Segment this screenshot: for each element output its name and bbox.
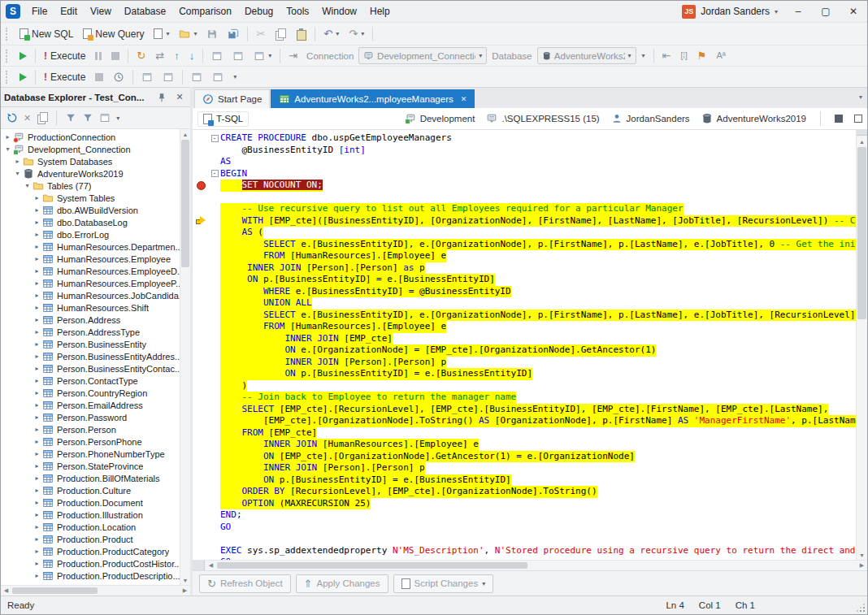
chevron-right-icon[interactable]: ▸ bbox=[33, 353, 41, 360]
execute-button[interactable] bbox=[15, 47, 31, 64]
redo-button[interactable]: ↷▾ bbox=[345, 25, 368, 42]
combo-overflow-button[interactable]: ▾ bbox=[638, 47, 649, 64]
chevron-right-icon[interactable]: ▸ bbox=[33, 377, 41, 384]
single-layout-icon[interactable] bbox=[835, 115, 843, 123]
breakpoint-marker[interactable] bbox=[197, 181, 206, 190]
code-line[interactable]: END; bbox=[193, 509, 856, 522]
code-line[interactable]: ON e.[OrganizationNode] = [EMP_cte].[Org… bbox=[193, 344, 856, 357]
code-line[interactable]: INNER JOIN [HumanResources].[Employee] e bbox=[193, 439, 856, 451]
tree-item-person-countryregion[interactable]: ▸Person.CountryRegion bbox=[1, 387, 180, 399]
fold-toggle[interactable]: - bbox=[211, 170, 219, 177]
chevron-right-icon[interactable]: ▸ bbox=[33, 414, 41, 421]
chevron-down-icon[interactable]: ▾ bbox=[3, 145, 12, 153]
chevron-right-icon[interactable]: ▸ bbox=[33, 499, 41, 506]
code-line[interactable]: ON p.[BusinessEntityID] = e.[BusinessEnt… bbox=[193, 274, 856, 286]
code-line[interactable]: OPTION (MAXRECURSION 25) bbox=[193, 498, 856, 510]
tree-item-dbo-errorlog[interactable]: ▸dbo.ErrorLog bbox=[1, 228, 180, 240]
code-line[interactable]: -- Join back to Employee to return the m… bbox=[193, 392, 856, 404]
duplicate-icon[interactable] bbox=[37, 112, 48, 123]
sql-editor[interactable]: -CREATE PROCEDURE dbo.uspGetEmployeeMana… bbox=[193, 130, 867, 560]
code-line[interactable]: SET NOCOUNT ON; bbox=[193, 180, 856, 192]
editor-vertical-scrollbar[interactable]: ▲ ▼ bbox=[856, 130, 867, 560]
tree-item-person-stateprovince[interactable]: ▸Person.StateProvince bbox=[1, 460, 180, 472]
tree-item-system-tables[interactable]: ▸System Tables bbox=[1, 192, 180, 204]
toolbar-grip[interactable] bbox=[6, 71, 10, 84]
account-menu[interactable]: JS Jordan Sanders ▾ bbox=[682, 5, 778, 19]
pause-button[interactable] bbox=[91, 47, 106, 64]
code-line[interactable]: ) bbox=[193, 380, 856, 392]
chevron-right-icon[interactable]: ▸ bbox=[33, 511, 41, 518]
code-line[interactable]: ON p.[BusinessEntityID] = e.[BusinessEnt… bbox=[193, 368, 856, 380]
menu-help[interactable]: Help bbox=[363, 2, 397, 20]
chevron-right-icon[interactable]: ▸ bbox=[33, 328, 41, 336]
chevron-right-icon[interactable]: ▸ bbox=[33, 535, 41, 543]
format-document-button[interactable]: ⇤ bbox=[658, 47, 675, 64]
sync-button[interactable]: ⇄ bbox=[151, 47, 168, 64]
close-tab-icon[interactable]: ✕ bbox=[461, 95, 467, 103]
tree-vertical-scrollbar[interactable]: ▲ ▼ bbox=[180, 129, 190, 585]
chevron-right-icon[interactable]: ▸ bbox=[33, 523, 41, 531]
close-panel-button[interactable]: ✕ bbox=[172, 90, 187, 105]
toolbar-grip[interactable] bbox=[6, 50, 10, 63]
code-line[interactable]: SELECT e.[BusinessEntityID], e.[Organiza… bbox=[193, 310, 856, 322]
menu-database[interactable]: Database bbox=[118, 2, 172, 20]
tree-item-person-businessentityaddres[interactable]: ▸Person.BusinessEntityAddres... bbox=[1, 350, 180, 362]
chevron-right-icon[interactable]: ▸ bbox=[33, 267, 41, 275]
tree-item-humanresources-jobcandida[interactable]: ▸HumanResources.JobCandida... bbox=[1, 289, 180, 301]
call-stack-window-button[interactable] bbox=[187, 68, 206, 85]
chevron-right-icon[interactable]: ▸ bbox=[33, 389, 41, 396]
code-line[interactable]: SELECT [EMP_cte].[RecursionLevel], [EMP_… bbox=[193, 404, 856, 416]
undo-button[interactable]: ↶▾ bbox=[319, 25, 343, 42]
tree-item-person-addresstype[interactable]: ▸Person.AddressType bbox=[1, 326, 180, 338]
code-line[interactable]: INNER JOIN [EMP_cte] bbox=[193, 333, 856, 345]
tree-item-person-emailaddress[interactable]: ▸Person.EmailAddress bbox=[1, 399, 180, 411]
database-indicator[interactable]: AdventureWorks2019 bbox=[701, 113, 806, 124]
code-line[interactable]: AS bbox=[193, 156, 856, 168]
chevron-right-icon[interactable]: ▸ bbox=[33, 340, 41, 348]
close-button[interactable]: ✕ bbox=[840, 1, 867, 22]
pin-panel-button[interactable] bbox=[154, 90, 169, 105]
code-line[interactable] bbox=[193, 533, 856, 545]
menu-comparison[interactable]: Comparison bbox=[172, 2, 238, 20]
code-line[interactable]: WHERE e.[BusinessEntityID] = @BusinessEn… bbox=[193, 286, 856, 298]
tree-item-production-billofmaterials[interactable]: ▸Production.BillOfMaterials bbox=[1, 472, 180, 484]
chevron-right-icon[interactable]: ▸ bbox=[33, 572, 41, 579]
menu-view[interactable]: View bbox=[84, 2, 118, 20]
menu-debug[interactable]: Debug bbox=[238, 2, 280, 20]
code-snippets-button[interactable]: [⁞] bbox=[676, 47, 691, 64]
code-line[interactable]: FROM [HumanResources].[Employee] e bbox=[193, 250, 856, 262]
menu-edit[interactable]: Edit bbox=[54, 2, 84, 20]
script-changes-button[interactable]: Script Changes ▾ bbox=[393, 574, 494, 593]
code-line[interactable]: [EMP_cte].[OrganizationNode].ToString() … bbox=[193, 415, 856, 427]
results-grid-button[interactable] bbox=[207, 47, 227, 64]
minimize-button[interactable]: – bbox=[784, 1, 812, 22]
tree-item-person-password[interactable]: ▸Person.Password bbox=[1, 411, 180, 423]
tree-item-humanresources-shift[interactable]: ▸HumanResources.Shift bbox=[1, 301, 180, 314]
tree-item-dbo-awbuildversion[interactable]: ▸dbo.AWBuildVersion bbox=[1, 204, 180, 216]
tree-item-development-connection[interactable]: ▾Development_Connection bbox=[1, 143, 180, 155]
code-line[interactable]: -CREATE PROCEDURE dbo.uspGetEmployeeMana… bbox=[193, 132, 856, 145]
save-button[interactable] bbox=[202, 25, 222, 42]
login-indicator[interactable]: JordanSanders bbox=[611, 113, 690, 124]
chevron-right-icon[interactable]: ▸ bbox=[33, 219, 41, 226]
cut-button[interactable]: ✂ bbox=[252, 25, 269, 42]
chevron-right-icon[interactable]: ▸ bbox=[33, 255, 41, 262]
chevron-right-icon[interactable]: ▸ bbox=[33, 316, 41, 323]
code-line[interactable]: -BEGIN bbox=[193, 168, 856, 180]
tree-item-person-address[interactable]: ▸Person.Address bbox=[1, 314, 180, 326]
chevron-right-icon[interactable]: ▸ bbox=[33, 304, 41, 311]
paste-button[interactable] bbox=[292, 25, 310, 42]
tree-item-adventureworks2019[interactable]: ▾AdventureWorks2019 bbox=[1, 167, 180, 180]
save-all-button[interactable] bbox=[224, 25, 243, 42]
filter-icon[interactable] bbox=[82, 112, 93, 123]
chevron-right-icon[interactable]: ▸ bbox=[33, 462, 41, 470]
code-line[interactable]: FROM [EMP_cte] bbox=[193, 427, 856, 440]
tree-item-production-product[interactable]: ▸Production.Product bbox=[1, 533, 180, 545]
code-line[interactable]: ON p.[BusinessEntityID] = e.[BusinessEnt… bbox=[193, 474, 856, 487]
tree-item-humanresources-employeep[interactable]: ▸HumanResources.EmployeeP... bbox=[1, 277, 180, 289]
debug-execute-button[interactable] bbox=[15, 68, 31, 85]
output-window-button[interactable] bbox=[208, 68, 228, 85]
tree-item-production-document[interactable]: ▸Production.Document bbox=[1, 496, 180, 509]
environment-indicator[interactable]: Development bbox=[405, 113, 475, 124]
refresh-icon[interactable] bbox=[7, 112, 18, 123]
